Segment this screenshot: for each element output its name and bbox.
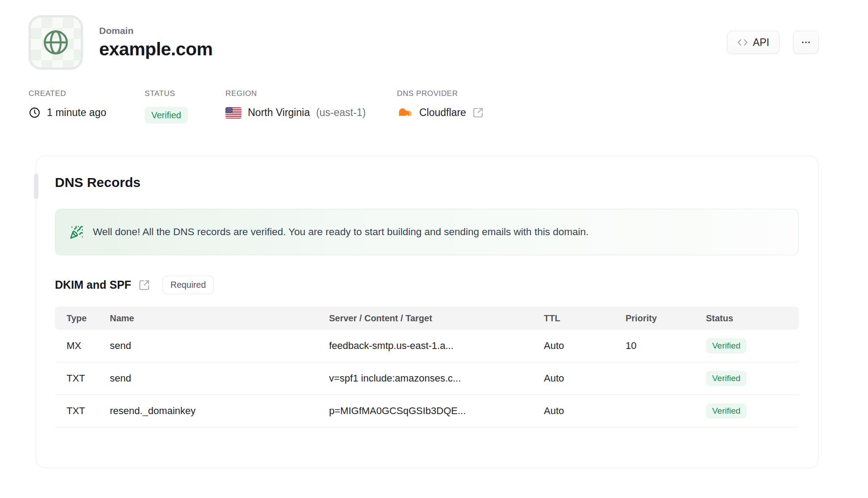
card-accent-bar (34, 174, 38, 199)
page-title: example.com (99, 39, 213, 60)
col-header-type: Type (55, 313, 110, 324)
party-popper-icon (70, 225, 83, 239)
col-header-status: Status (706, 313, 799, 324)
api-button-label: API (753, 37, 769, 49)
cell-type: TXT (55, 405, 110, 417)
cell-name: resend._domainkey (110, 405, 329, 417)
more-options-button[interactable] (793, 31, 819, 54)
meta-region: REGION (225, 89, 397, 124)
cell-type: TXT (55, 373, 110, 384)
us-flag-icon (225, 107, 242, 119)
cell-priority: 10 (626, 340, 706, 352)
cloudflare-icon (397, 107, 413, 119)
banner-message: Well done! All the DNS records are verif… (93, 226, 588, 238)
col-header-content: Server / Content / Target (329, 313, 544, 324)
dkim-external-link-icon[interactable] (138, 279, 150, 291)
col-header-name: Name (110, 313, 329, 324)
external-link-icon[interactable] (472, 107, 484, 118)
domain-meta-row: CREATED 1 minute ago STATUS Verified REG… (0, 89, 868, 124)
verification-success-banner: Well done! All the DNS records are verif… (55, 209, 799, 255)
status-badge: Verified (706, 338, 747, 354)
table-row: TXT send v=spf1 include:amazonses.c... A… (55, 362, 799, 395)
dkim-spf-title: DKIM and SPF (55, 278, 131, 291)
dkim-spf-section-head: DKIM and SPF Required (55, 276, 799, 294)
dns-records-table: Type Name Server / Content / Target TTL … (55, 307, 799, 427)
status-badge: Verified (145, 107, 188, 124)
header-actions: API (727, 31, 819, 54)
cell-ttl: Auto (544, 340, 626, 352)
meta-status: STATUS Verified (145, 89, 225, 124)
created-value: 1 minute ago (47, 107, 106, 119)
api-button[interactable]: API (727, 31, 780, 54)
cell-content: v=spf1 include:amazonses.c... (329, 373, 544, 384)
domain-avatar (29, 15, 83, 70)
dns-records-title: DNS Records (55, 175, 799, 190)
created-label: CREATED (29, 89, 145, 98)
domain-identity: Domain example.com (29, 15, 213, 70)
region-code: (us-east-1) (316, 107, 366, 119)
ellipsis-icon (801, 37, 811, 48)
cell-type: MX (55, 340, 110, 352)
cell-content: p=MIGfMA0GCSqGSIb3DQE... (329, 405, 544, 417)
meta-dns-provider: DNS PROVIDER Cloudflare (397, 89, 484, 124)
cell-name: send (110, 340, 329, 352)
cell-name: send (110, 373, 329, 384)
region-value: North Virginia (248, 107, 310, 119)
status-badge: Verified (706, 403, 747, 419)
code-icon (737, 37, 748, 48)
dns-provider-label: DNS PROVIDER (397, 89, 484, 98)
title-block: Domain example.com (99, 25, 213, 60)
clock-icon (29, 107, 41, 119)
table-header-row: Type Name Server / Content / Target TTL … (55, 307, 799, 330)
entity-label: Domain (99, 25, 213, 36)
dns-provider-value: Cloudflare (419, 107, 466, 119)
meta-created: CREATED 1 minute ago (29, 89, 145, 124)
col-header-ttl: TTL (544, 313, 626, 324)
status-badge: Verified (706, 371, 747, 386)
required-badge: Required (163, 276, 214, 294)
region-label: REGION (225, 89, 397, 98)
cell-content: feedback-smtp.us-east-1.a... (329, 340, 544, 352)
globe-icon (41, 28, 71, 57)
cell-ttl: Auto (544, 405, 626, 417)
cell-ttl: Auto (544, 373, 626, 384)
dns-records-card: DNS Records Well done! All the DNS recor… (36, 156, 818, 468)
table-row: TXT resend._domainkey p=MIGfMA0GCSqGSIb3… (55, 395, 799, 427)
status-label: STATUS (145, 89, 225, 98)
table-row: MX send feedback-smtp.us-east-1.a... Aut… (55, 330, 799, 362)
page-header: Domain example.com API (0, 0, 868, 70)
col-header-priority: Priority (626, 313, 706, 324)
